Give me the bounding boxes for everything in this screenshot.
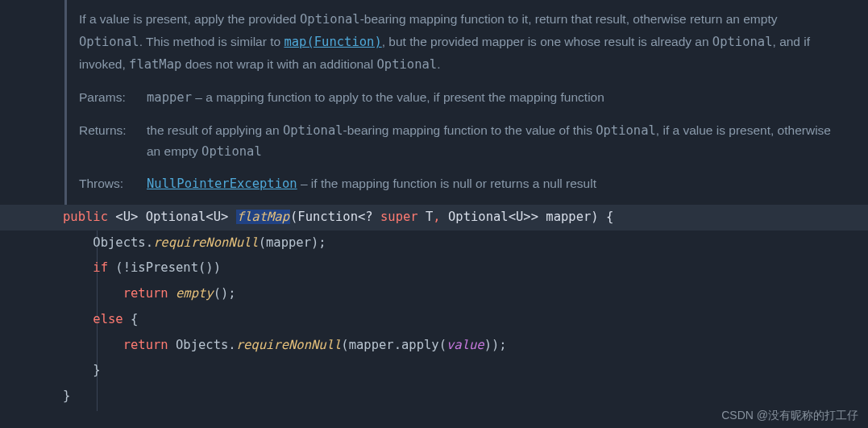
code-line: } bbox=[63, 358, 868, 384]
code-line: if (!isPresent()) bbox=[63, 256, 868, 281]
javadoc-params: Params: mapper – a mapping function to a… bbox=[79, 87, 868, 108]
returns-label: Returns: bbox=[79, 120, 142, 163]
javadoc-throws: Throws: NullPointerException – if the ma… bbox=[79, 173, 868, 194]
throws-label: Throws: bbox=[79, 173, 142, 194]
javadoc-returns: Returns: the result of applying an Optio… bbox=[79, 120, 868, 163]
watermark: CSDN @没有昵称的打工仔 bbox=[721, 409, 858, 423]
returns-value: the result of applying an Optional-beari… bbox=[142, 120, 836, 163]
params-value: mapper – a mapping function to apply to … bbox=[142, 87, 836, 108]
code-line: Objects.requireNonNull(mapper); bbox=[63, 231, 868, 256]
throws-value: NullPointerException – if the mapping fu… bbox=[142, 173, 836, 194]
method-flatmap: flatMap bbox=[236, 210, 290, 224]
code-line: } bbox=[63, 384, 868, 409]
javadoc-block: If a value is present, apply the provide… bbox=[64, 0, 868, 205]
javadoc-description: If a value is present, apply the provide… bbox=[79, 8, 868, 76]
code-line-signature: public <U> Optional<U> flatMap(Function<… bbox=[0, 205, 868, 231]
code-line: return Objects.requireNonNull(mapper.app… bbox=[63, 333, 868, 359]
map-function-link[interactable]: map(Function) bbox=[284, 35, 381, 49]
code-line: else { bbox=[63, 307, 868, 333]
code-editor[interactable]: public <U> Optional<U> flatMap(Function<… bbox=[0, 205, 868, 409]
nullpointer-link[interactable]: NullPointerException bbox=[147, 177, 297, 191]
code-line: return empty(); bbox=[63, 281, 868, 307]
params-label: Params: bbox=[79, 87, 142, 108]
